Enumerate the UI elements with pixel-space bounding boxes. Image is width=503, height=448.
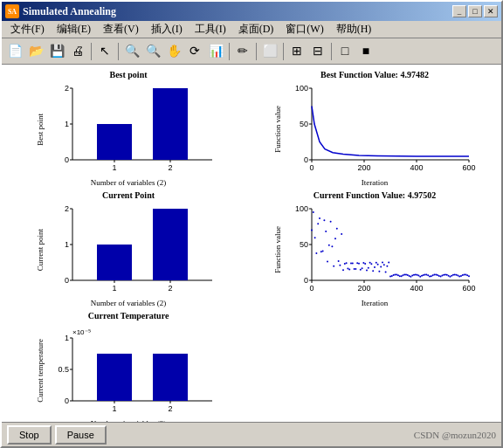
app-icon: SA	[5, 4, 19, 18]
toolbar-new[interactable]: 📄	[5, 42, 24, 61]
pause-button[interactable]: Pause	[55, 425, 107, 445]
menu-window[interactable]: 窗口(W)	[280, 20, 328, 38]
current-function-title: Current Function Value: 4.97502	[314, 190, 436, 200]
current-temp-title: Current Temperature	[88, 311, 169, 320]
menu-tools[interactable]: 工具(I)	[189, 20, 231, 38]
title-bar-left: SA Simulated Annealing	[5, 4, 116, 18]
current-point-title: Current Point	[102, 190, 155, 200]
toolbar-pointer[interactable]: ↖	[95, 42, 114, 61]
watermark: CSDN @mozun2020	[414, 430, 496, 440]
toolbar-brush[interactable]: ✏	[233, 42, 252, 61]
maximize-button[interactable]: □	[468, 5, 482, 17]
empty-cell	[252, 309, 498, 422]
toolbar: 📄 📂 💾 🖨 ↖ 🔍 🔍 ✋ ⟳ 📊 ✏ ⬜ ⊞ ⊟ □ ■	[2, 38, 501, 65]
current-temp-ylabel: Current temperature	[36, 339, 45, 403]
toolbar-open[interactable]: 📂	[26, 42, 45, 61]
menu-file[interactable]: 文件(F)	[5, 20, 50, 38]
main-window: SA Simulated Annealing _ □ ✕ 文件(F) 编辑(E)…	[0, 0, 503, 448]
main-content: Best point Best point Number of variable…	[2, 65, 501, 422]
current-function-xlabel: Iteration	[362, 299, 389, 307]
toolbar-sep3	[229, 43, 230, 60]
toolbar-sep5	[283, 43, 284, 60]
toolbar-sep2	[118, 43, 119, 60]
toolbar-sep6	[331, 43, 332, 60]
toolbar-pan[interactable]: ✋	[164, 42, 183, 61]
toolbar-copy[interactable]: ⬜	[260, 42, 279, 61]
toolbar-square2[interactable]: ■	[356, 42, 376, 61]
current-point-canvas	[46, 202, 221, 298]
toolbar-sep1	[91, 43, 92, 60]
toolbar-square1[interactable]: □	[335, 42, 355, 61]
menu-view[interactable]: 查看(V)	[98, 20, 144, 38]
best-point-canvas	[46, 81, 221, 177]
best-function-xlabel: Iteration	[362, 178, 389, 187]
bottom-buttons: Stop Pause	[7, 425, 107, 445]
window-title: Simulated Annealing	[23, 5, 116, 18]
best-function-ylabel: Function value	[273, 106, 282, 153]
best-function-chart: Best Function Value: 4.97482 Function va…	[252, 68, 498, 189]
best-point-ylabel: Best point	[36, 114, 45, 146]
bottom-bar: Stop Pause CSDN @mozun2020	[2, 422, 501, 446]
toolbar-sep4	[256, 43, 257, 60]
current-function-canvas	[284, 202, 476, 298]
stop-button[interactable]: Stop	[7, 425, 52, 445]
best-point-chart: Best point Best point Number of variable…	[5, 68, 252, 189]
toolbar-zoom-in[interactable]: 🔍	[122, 42, 141, 61]
title-bar: SA Simulated Annealing _ □ ✕	[2, 2, 501, 21]
menu-edit[interactable]: 编辑(E)	[52, 20, 96, 38]
toolbar-print[interactable]: 🖨	[68, 42, 87, 61]
best-function-canvas	[284, 81, 476, 177]
current-function-chart: Current Function Value: 4.97502 Function…	[252, 189, 498, 309]
best-point-title: Best point	[109, 70, 147, 79]
close-button[interactable]: ✕	[484, 5, 498, 17]
title-bar-buttons: _ □ ✕	[452, 5, 498, 17]
current-point-ylabel: Current point	[36, 229, 45, 271]
toolbar-data[interactable]: 📊	[206, 42, 225, 61]
minimize-button[interactable]: _	[452, 5, 466, 17]
toolbar-save[interactable]: 💾	[47, 42, 66, 61]
menu-insert[interactable]: 插入(I)	[146, 20, 188, 38]
toolbar-grid2[interactable]: ⊟	[308, 42, 327, 61]
best-point-xlabel: Number of variables (2)	[91, 178, 167, 187]
toolbar-rotate[interactable]: ⟳	[185, 42, 204, 61]
toolbar-zoom-out[interactable]: 🔍	[143, 42, 162, 61]
current-temp-canvas	[46, 322, 221, 418]
current-temp-xlabel: Number of variables (2)	[91, 419, 167, 422]
menu-help[interactable]: 帮助(H)	[331, 20, 377, 38]
menu-bar: 文件(F) 编辑(E) 查看(V) 插入(I) 工具(I) 桌面(D) 窗口(W…	[2, 21, 501, 38]
toolbar-grid1[interactable]: ⊞	[287, 42, 307, 61]
best-function-title: Best Function Value: 4.97482	[320, 70, 429, 79]
current-function-ylabel: Function value	[273, 226, 282, 273]
current-point-chart: Current Point Current point Number of va…	[5, 189, 252, 309]
menu-desktop[interactable]: 桌面(D)	[233, 20, 279, 38]
current-temp-chart: Current Temperature Current temperature …	[5, 309, 252, 422]
current-point-xlabel: Number of variables (2)	[91, 299, 167, 307]
